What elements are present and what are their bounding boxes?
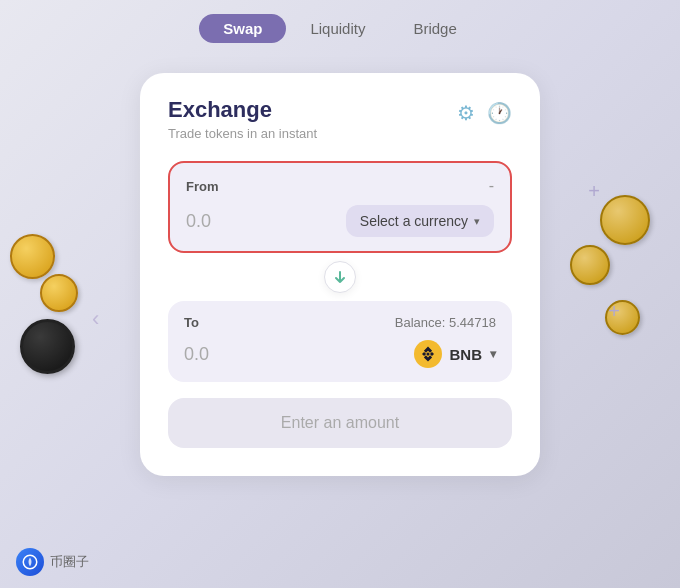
- watermark: 币圈子: [16, 548, 89, 576]
- enter-amount-button[interactable]: Enter an amount: [168, 398, 512, 448]
- tab-swap[interactable]: Swap: [199, 14, 286, 43]
- card-title: Exchange: [168, 97, 317, 123]
- card-header: Exchange Trade tokens in an instant ⚙ 🕐: [168, 97, 512, 141]
- coin-decoration-left: [10, 214, 90, 374]
- bnb-label: BNB: [450, 346, 483, 363]
- settings-icon[interactable]: ⚙: [457, 101, 475, 125]
- from-box-header: From -: [186, 177, 494, 195]
- tab-liquidity[interactable]: Liquidity: [286, 14, 389, 43]
- bnb-currency-button[interactable]: BNB ▾: [414, 340, 497, 368]
- history-icon[interactable]: 🕐: [487, 101, 512, 125]
- plus-decoration-1: +: [588, 180, 600, 203]
- from-label: From: [186, 179, 219, 194]
- to-box: To Balance: 5.44718 0.0 BNB ▾: [168, 301, 512, 382]
- from-dash: -: [489, 177, 494, 195]
- to-box-header: To Balance: 5.44718: [184, 315, 496, 330]
- card-actions: ⚙ 🕐: [457, 101, 512, 125]
- card-subtitle: Trade tokens in an instant: [168, 126, 317, 141]
- to-row: 0.0 BNB ▾: [184, 340, 496, 368]
- left-arrow-deco: ‹: [92, 306, 99, 332]
- bnb-chevron: ▾: [490, 347, 496, 361]
- card-header-text: Exchange Trade tokens in an instant: [168, 97, 317, 141]
- to-balance: Balance: 5.44718: [395, 315, 496, 330]
- bnb-icon: [414, 340, 442, 368]
- swap-direction-button[interactable]: [324, 261, 356, 293]
- from-box: From - 0.0 Select a currency ▾: [168, 161, 512, 253]
- watermark-icon: [16, 548, 44, 576]
- select-currency-button[interactable]: Select a currency ▾: [346, 205, 494, 237]
- down-arrow-icon: [332, 269, 348, 285]
- from-amount: 0.0: [186, 211, 211, 232]
- bnb-logo-icon: [419, 345, 437, 363]
- currency-chevron: ▾: [474, 215, 480, 228]
- from-row: 0.0 Select a currency ▾: [186, 205, 494, 237]
- to-amount: 0.0: [184, 344, 209, 365]
- currency-button-label: Select a currency: [360, 213, 468, 229]
- to-label: To: [184, 315, 199, 330]
- swap-arrow-container: [168, 253, 512, 301]
- watermark-text: 币圈子: [50, 553, 89, 571]
- exchange-card: Exchange Trade tokens in an instant ⚙ 🕐 …: [140, 73, 540, 476]
- tab-bar: Swap Liquidity Bridge: [0, 0, 680, 53]
- watermark-logo-icon: [21, 553, 39, 571]
- plus-decoration-2: +: [608, 300, 620, 323]
- tab-bridge[interactable]: Bridge: [389, 14, 480, 43]
